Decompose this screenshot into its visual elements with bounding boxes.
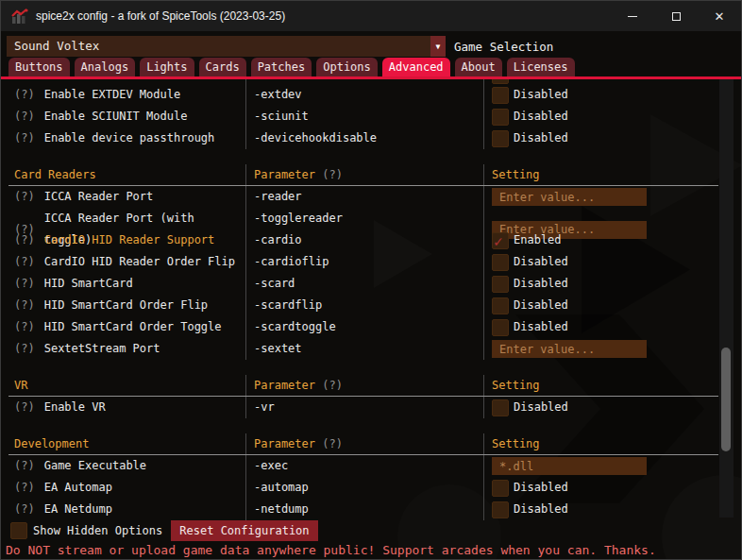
minimize-button[interactable] — [611, 1, 654, 31]
table-row: (?) CardIO HID Reader Support -cardio ✓E… — [8, 229, 718, 251]
footer-warning: Do NOT stream or upload game data anywhe… — [6, 543, 656, 557]
setting-state-label: Disabled — [514, 273, 568, 295]
scrollbar-thumb[interactable] — [721, 348, 731, 451]
section-title: Development — [8, 433, 245, 454]
setting-state-label: Disabled — [514, 477, 568, 499]
setting-state-label: Disabled — [514, 499, 568, 520]
parameter-column-header: Parameter (?) — [245, 375, 483, 396]
reset-configuration-button[interactable]: Reset Configuration — [171, 520, 317, 541]
row-parameter: -sextet — [254, 342, 302, 355]
window-title: spice2x config - a fork of SpiceTools (2… — [36, 9, 285, 23]
tab-advanced[interactable]: Advanced — [382, 58, 450, 76]
setting-checkbox[interactable]: ✓ — [492, 297, 509, 314]
section-header: VR Parameter (?) Setting — [8, 375, 718, 396]
setting-value-input[interactable] — [492, 188, 647, 206]
tab-buttons[interactable]: Buttons — [8, 58, 70, 76]
setting-checkbox[interactable]: ✓ — [492, 501, 509, 518]
row-label: CardIO HID Reader Support — [44, 229, 215, 251]
row-label: HID SmartCard — [44, 273, 133, 295]
row-parameter: -exec — [254, 459, 288, 472]
setting-state-label: Disabled — [514, 127, 568, 149]
setting-state-label: Disabled — [514, 84, 568, 106]
row-parameter: -vr — [254, 400, 275, 414]
help-icon[interactable]: (?) — [14, 338, 35, 360]
row-label: HID SmartCard Order Flip — [44, 295, 208, 316]
row-parameter: -netdump — [254, 502, 309, 516]
help-icon[interactable]: (?) — [14, 127, 35, 149]
tab-lights[interactable]: Lights — [140, 58, 194, 76]
row-label: HID SmartCard Order Toggle — [44, 316, 222, 338]
help-icon[interactable]: (?) — [14, 229, 35, 251]
setting-checkbox[interactable]: ✓ — [492, 480, 509, 497]
row-label: Enable device passthrough — [44, 127, 215, 149]
game-selection-row: Sound Voltex ▼ Game Selection — [7, 36, 553, 57]
table-row: (?) HID SmartCard Order Flip -scardflip … — [8, 295, 718, 316]
help-icon[interactable]: (?) — [14, 106, 35, 127]
maximize-button[interactable] — [654, 1, 698, 31]
help-icon[interactable]: (?) — [14, 273, 35, 295]
chevron-down-icon[interactable]: ▼ — [430, 36, 446, 57]
setting-checkbox[interactable]: ✓ — [492, 109, 509, 126]
help-icon[interactable]: (?) — [322, 437, 343, 450]
checkmark-icon: ✓ — [494, 230, 503, 252]
scrollbar-track[interactable] — [719, 79, 734, 518]
bottom-bar: Show Hidden Options Reset Configuration — [10, 519, 318, 542]
parameter-column-header: Parameter (?) — [245, 164, 483, 185]
help-icon[interactable]: (?) — [14, 397, 35, 418]
row-label: EA Automap — [44, 477, 112, 499]
row-parameter: -scardflip — [254, 298, 322, 312]
section-header: Development Parameter (?) Setting — [8, 433, 718, 454]
setting-checkbox[interactable]: ✓ — [492, 254, 509, 271]
row-parameter: -reader — [254, 190, 302, 203]
setting-checkbox[interactable]: ✓ — [492, 232, 509, 249]
table-row: (?) Enable device passthrough -devicehoo… — [8, 127, 718, 149]
setting-checkbox[interactable]: ✓ — [492, 87, 509, 104]
help-icon[interactable]: (?) — [14, 499, 35, 520]
maximize-icon — [672, 12, 681, 21]
tab-about[interactable]: About — [455, 58, 502, 76]
help-icon[interactable]: (?) — [322, 379, 343, 392]
game-selection-dropdown[interactable]: Sound Voltex — [7, 36, 430, 57]
setting-state-label: Disabled — [514, 316, 568, 338]
setting-checkbox[interactable]: ✓ — [492, 276, 509, 293]
close-button[interactable]: ✕ — [698, 1, 741, 31]
table-row: (?) EA Automap -automap ✓Disabled — [8, 477, 718, 499]
app-logo-icon — [11, 8, 28, 24]
show-hidden-checkbox[interactable] — [10, 522, 27, 539]
help-icon[interactable]: (?) — [14, 295, 35, 316]
row-parameter: -cardioflip — [254, 255, 329, 268]
row-label: Game Executable — [44, 455, 146, 477]
tab-cards[interactable]: Cards — [199, 58, 246, 76]
settings-section: Development Parameter (?) Setting (?) Ga… — [8, 433, 718, 520]
setting-checkbox[interactable] — [492, 79, 509, 84]
app-body: Sound Voltex ▼ Game Selection ButtonsAna… — [1, 31, 741, 559]
row-label: EA Netdump — [44, 499, 112, 520]
setting-value-input[interactable] — [492, 340, 647, 358]
setting-value-input[interactable] — [492, 457, 647, 475]
setting-checkbox[interactable]: ✓ — [492, 130, 509, 147]
help-icon[interactable]: (?) — [322, 168, 343, 181]
tab-analogs[interactable]: Analogs — [75, 58, 136, 76]
help-icon[interactable]: (?) — [14, 84, 35, 106]
help-icon[interactable]: (?) — [14, 477, 35, 499]
setting-checkbox[interactable]: ✓ — [492, 319, 509, 336]
help-icon[interactable]: (?) — [14, 186, 35, 208]
table-row: (?) CardIO HID Reader Order Flip -cardio… — [8, 251, 718, 273]
row-label: Enable SCIUNIT Module — [44, 106, 188, 127]
tab-options[interactable]: Options — [316, 58, 378, 76]
app-window: spice2x config - a fork of SpiceTools (2… — [0, 0, 742, 560]
setting-state-label: Disabled — [514, 106, 568, 127]
help-icon[interactable]: (?) — [14, 251, 35, 273]
table-row: (?) Enable VR -vr ✓Disabled — [8, 397, 718, 418]
help-icon[interactable]: (?) — [14, 316, 35, 338]
close-icon: ✕ — [715, 10, 725, 23]
settings-section: Card Readers Parameter (?) Setting (?) I… — [8, 164, 718, 360]
table-row: (?) ICCA Reader Port -reader — [8, 186, 718, 208]
tab-patches[interactable]: Patches — [251, 58, 312, 76]
tab-licenses[interactable]: Licenses — [507, 58, 575, 76]
row-parameter: -devicehookdisable — [254, 131, 377, 144]
table-row: (?) Enable SCIUNIT Module -sciunit ✓Disa… — [8, 106, 718, 127]
row-parameter: -cardio — [254, 233, 302, 246]
help-icon[interactable]: (?) — [14, 455, 35, 477]
setting-checkbox[interactable]: ✓ — [492, 399, 509, 416]
